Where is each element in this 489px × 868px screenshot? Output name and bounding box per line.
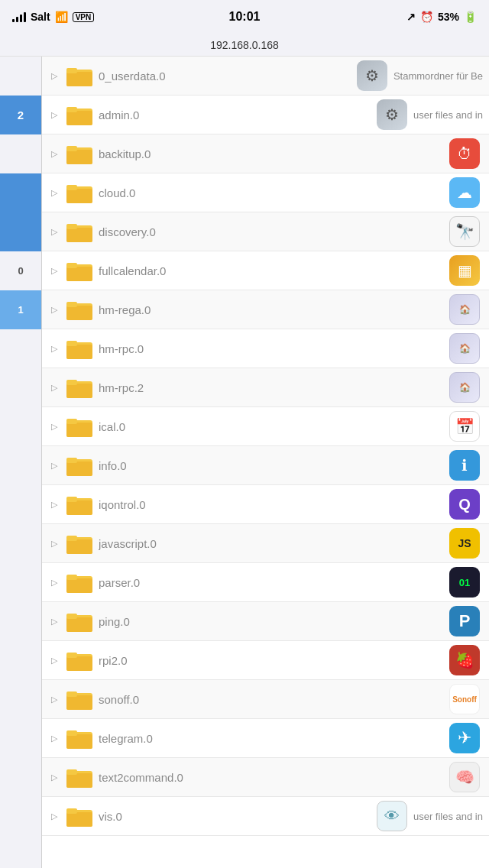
folder-icon — [66, 688, 92, 710]
table-row[interactable]: ▷ discovery.0 🔭 — [42, 212, 489, 251]
file-name: rpi2.0 — [99, 654, 449, 667]
table-row[interactable]: ▷ hm-rpc.2 🏠 — [42, 368, 489, 407]
sidebar-item-7[interactable] — [0, 329, 41, 868]
table-row[interactable]: ▷ backitup.0 ⏱ — [42, 134, 489, 173]
expand-chevron[interactable]: ▷ — [48, 186, 60, 199]
table-row[interactable]: ▷ 0_userdata.0 ⚙ Stammordner für Be — [42, 57, 489, 96]
table-row[interactable]: ▷ cloud.0 ☁ — [42, 173, 489, 212]
svg-rect-46 — [66, 656, 92, 671]
file-desc: user files and in — [413, 811, 483, 822]
svg-rect-55 — [66, 773, 92, 788]
battery-label: 53% — [438, 11, 459, 23]
file-name: info.0 — [99, 459, 449, 472]
table-row[interactable]: ▷ javascript.0 JS — [42, 524, 489, 563]
svg-rect-59 — [66, 808, 77, 814]
expand-chevron[interactable]: ▷ — [48, 70, 60, 82]
svg-rect-52 — [66, 734, 92, 749]
table-row[interactable]: ▷ ping.0 P — [42, 602, 489, 641]
file-name: ping.0 — [99, 615, 449, 628]
file-desc: Stammordner für Be — [393, 70, 483, 82]
app-icon: Sonoff — [449, 684, 480, 714]
table-row[interactable]: ▷ telegram.0 ✈ — [42, 719, 489, 758]
app-icon: 🏠 — [449, 294, 480, 325]
sidebar: 2 0 1 — [0, 57, 42, 868]
alarm-icon: ⏰ — [420, 11, 433, 23]
expand-chevron[interactable]: ▷ — [48, 732, 60, 744]
expand-chevron[interactable]: ▷ — [48, 576, 60, 588]
folder-icon — [66, 649, 92, 671]
status-bar: Salt 📶 VPN 10:01 ↗ ⏰ 53% 🔋 — [0, 0, 489, 34]
expand-chevron[interactable]: ▷ — [48, 615, 60, 627]
table-row[interactable]: ▷ rpi2.0 🍓 — [42, 641, 489, 680]
status-left: Salt 📶 VPN — [12, 11, 94, 23]
carrier-label: Salt — [31, 11, 50, 23]
sidebar-item-5[interactable]: 0 — [0, 251, 41, 290]
sidebar-item-2[interactable]: 2 — [0, 96, 41, 134]
svg-rect-44 — [66, 614, 77, 619]
svg-rect-28 — [66, 423, 92, 437]
table-row[interactable]: ▷ admin.0 ⚙ user files and in — [42, 96, 489, 134]
expand-chevron[interactable]: ▷ — [48, 108, 60, 121]
table-row[interactable]: ▷ ical.0 📅 — [42, 407, 489, 446]
table-row[interactable]: ▷ parser.0 01 — [42, 563, 489, 602]
svg-rect-34 — [66, 500, 92, 515]
expand-chevron[interactable]: ▷ — [48, 810, 60, 822]
file-name: text2command.0 — [99, 771, 449, 784]
sidebar-item-4[interactable] — [0, 173, 41, 251]
table-row[interactable]: ▷ sonoff.0 Sonoff — [42, 680, 489, 719]
file-desc: user files and in — [413, 109, 483, 121]
expand-chevron[interactable]: ▷ — [48, 693, 60, 705]
svg-rect-23 — [66, 341, 77, 346]
location-icon: ↗ — [406, 11, 416, 23]
folder-icon — [66, 533, 92, 554]
svg-rect-5 — [66, 107, 77, 112]
svg-rect-19 — [66, 306, 92, 320]
sidebar-item-3[interactable] — [0, 134, 41, 173]
file-name: fullcalendar.0 — [99, 264, 449, 277]
expand-chevron[interactable]: ▷ — [48, 498, 60, 510]
expand-chevron[interactable]: ▷ — [48, 303, 60, 316]
svg-rect-7 — [66, 150, 92, 164]
app-icon: P — [449, 606, 480, 636]
svg-rect-56 — [66, 769, 77, 775]
expand-chevron[interactable]: ▷ — [48, 459, 60, 471]
app-icon: 01 — [449, 567, 480, 598]
address-bar: 192.168.0.168 — [0, 34, 489, 57]
sidebar-item-1[interactable] — [0, 57, 41, 96]
table-row[interactable]: ▷ iqontrol.0 Q — [42, 485, 489, 524]
expand-chevron[interactable]: ▷ — [48, 771, 60, 783]
table-row[interactable]: ▷ hm-rega.0 🏠 — [42, 290, 489, 329]
file-name: iqontrol.0 — [99, 498, 449, 511]
sidebar-item-6[interactable]: 1 — [0, 290, 41, 329]
svg-rect-22 — [66, 345, 92, 359]
expand-chevron[interactable]: ▷ — [48, 225, 60, 238]
expand-chevron[interactable]: ▷ — [48, 264, 60, 277]
folder-icon — [66, 260, 92, 281]
table-row[interactable]: ▷ text2command.0 🧠 — [42, 758, 489, 797]
file-name: admin.0 — [99, 108, 377, 121]
table-row[interactable]: ▷ info.0 ℹ — [42, 446, 489, 485]
wifi-icon: 📶 — [55, 11, 68, 23]
svg-rect-40 — [66, 578, 92, 593]
file-name: telegram.0 — [99, 732, 449, 745]
svg-rect-50 — [66, 691, 77, 697]
svg-rect-20 — [66, 302, 77, 307]
expand-chevron[interactable]: ▷ — [48, 381, 60, 394]
table-row[interactable]: ▷ vis.0 👁 user files and in — [42, 797, 489, 836]
folder-icon — [66, 104, 92, 125]
main-container: 2 0 1 ▷ 0_userdata.0 ⚙ Stammordner für B… — [0, 57, 489, 868]
folder-icon — [66, 299, 92, 320]
table-row[interactable]: ▷ fullcalendar.0 ▦ — [42, 251, 489, 290]
expand-chevron[interactable]: ▷ — [48, 420, 60, 432]
expand-chevron[interactable]: ▷ — [48, 342, 60, 355]
svg-rect-8 — [66, 146, 77, 151]
folder-icon — [66, 611, 92, 632]
expand-chevron[interactable]: ▷ — [48, 654, 60, 666]
expand-chevron[interactable]: ▷ — [48, 147, 60, 160]
svg-rect-14 — [66, 224, 77, 229]
folder-icon — [66, 338, 92, 359]
folder-icon — [66, 65, 92, 86]
table-row[interactable]: ▷ hm-rpc.0 🏠 — [42, 329, 489, 368]
expand-chevron[interactable]: ▷ — [48, 537, 60, 549]
folder-icon — [66, 377, 92, 398]
